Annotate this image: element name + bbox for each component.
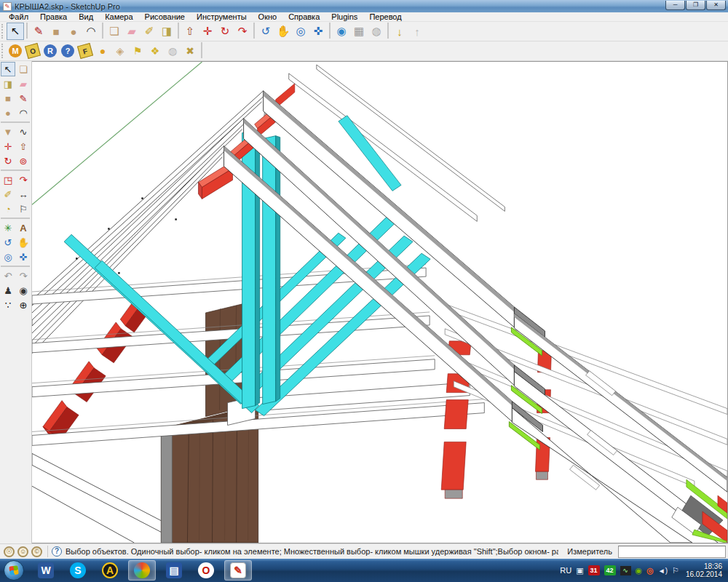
protractor-tool-icon[interactable]: ◔	[1, 202, 15, 216]
sep[interactable]	[1, 266, 30, 267]
polygon-tool-icon[interactable]: ▼	[1, 124, 15, 139]
plugin-r-icon[interactable]: R	[44, 44, 57, 57]
red-badge[interactable]: 31	[588, 565, 600, 575]
line-tool-icon[interactable]: ✎	[16, 91, 31, 105]
circle-tool-icon[interactable]: ●	[65, 23, 82, 40]
text-tool-icon[interactable]: ⚐	[16, 202, 31, 216]
tape-measure-icon[interactable]: ✐	[141, 23, 158, 40]
move-tool-icon[interactable]: ✛	[199, 23, 216, 40]
taskbar-app-sketchup[interactable]: ✎	[224, 560, 252, 581]
arc-tool-icon[interactable]: ◠	[16, 105, 31, 120]
plugin-flag-icon[interactable]: ⚑	[129, 42, 146, 60]
pan-tool-icon[interactable]: ✋	[16, 235, 31, 250]
plugin-f-tag-icon[interactable]: F	[77, 43, 93, 59]
measurements-input[interactable]	[618, 546, 726, 558]
offset-tool-icon[interactable]: ⊚	[16, 154, 31, 168]
make-component-icon[interactable]: ❏	[16, 62, 31, 76]
axes-tool-icon[interactable]: ✳	[1, 220, 15, 235]
taskbar-app-commander[interactable]: ▤	[160, 560, 188, 581]
orbit-tool-icon[interactable]: ↺	[257, 23, 274, 40]
zoom-next-icon[interactable]: ↷	[16, 268, 31, 283]
eraser-tool-icon[interactable]: ▰	[16, 76, 31, 91]
eraser-tool-icon[interactable]: ▰	[123, 23, 141, 40]
arc-tool-icon[interactable]: ◠	[82, 23, 100, 40]
move-tool-icon[interactable]: ✛	[1, 139, 15, 154]
plugin-sphere2-icon[interactable]: ◍	[164, 42, 181, 60]
get-models-icon[interactable]: ↓	[391, 23, 408, 40]
taskbar-app-opera[interactable]: O	[192, 560, 220, 581]
line-tool-icon[interactable]: ✎	[30, 23, 47, 40]
toolbar-grip[interactable]	[1, 24, 5, 39]
freehand-tool-icon[interactable]: ∿	[16, 124, 31, 139]
group-sep[interactable]	[201, 42, 202, 58]
rectangle-tool-icon[interactable]: ■	[47, 23, 65, 40]
menu-view[interactable]: Вид	[73, 12, 99, 21]
sep[interactable]	[1, 121, 30, 123]
taskbar-app-colorwheel[interactable]	[128, 560, 156, 581]
plugin-tool-icon[interactable]: ❖	[146, 42, 164, 60]
antivirus-tray-icon[interactable]: ◎	[646, 566, 654, 575]
menu-tools[interactable]: Инструменты	[191, 12, 253, 21]
plugin-axes-icon[interactable]: ✖	[181, 42, 199, 60]
menu-window[interactable]: Окно	[253, 12, 283, 21]
roof-model-canvas[interactable]	[32, 62, 727, 543]
menu-help[interactable]: Справка	[282, 12, 325, 21]
action-center-flag-icon[interactable]: ⚐	[672, 566, 679, 575]
group-sep[interactable]	[26, 23, 28, 39]
zoom-extents-icon[interactable]: ✜	[309, 23, 327, 40]
photo-textures-icon[interactable]: ◍	[368, 23, 385, 40]
taskbar-app-word[interactable]: W	[32, 560, 60, 581]
restore-button[interactable]: ❐	[686, 1, 705, 10]
follow-me-icon[interactable]: ↷	[16, 172, 31, 187]
minimize-button[interactable]: ─	[665, 1, 685, 10]
share-model-icon[interactable]: ↑	[408, 23, 426, 40]
plugin-sphere-icon[interactable]: ●	[94, 42, 111, 60]
zoom-tool-icon[interactable]: ◎	[292, 23, 309, 40]
menu-plugins[interactable]: Plugins	[325, 12, 363, 21]
walk-tool-icon[interactable]: ∵	[1, 298, 15, 312]
menu-camera[interactable]: Камера	[99, 12, 138, 21]
plugin-o-tag-icon[interactable]: O	[25, 43, 41, 59]
dimension-tool-icon[interactable]: ↔	[16, 187, 31, 202]
push-pull-icon[interactable]: ⇧	[16, 139, 31, 154]
taskbar-app-skype[interactable]: S	[64, 560, 92, 581]
pan-tool-icon[interactable]: ✋	[274, 23, 292, 40]
paint-bucket-icon[interactable]: ◨	[1, 76, 15, 91]
sep[interactable]	[1, 170, 30, 171]
menu-file[interactable]: Файл	[3, 12, 34, 21]
geolocation-icon[interactable]: ☉	[4, 546, 15, 557]
rotate-tool-icon[interactable]: ↻	[1, 154, 15, 168]
claim-credit-icon[interactable]: ☺	[17, 546, 28, 557]
green-badge[interactable]: 42	[604, 565, 616, 575]
menu-edit[interactable]: Правка	[34, 12, 73, 21]
nvidia-tray-icon[interactable]: ◉	[636, 566, 643, 575]
monitor-tray-icon[interactable]: ∿	[620, 566, 631, 575]
sep[interactable]	[1, 218, 30, 219]
menu-translate[interactable]: Перевод	[363, 12, 407, 21]
title-bar[interactable]: ✎ КРЫША2.skp - SketchUp Pro ─❐✕	[0, 0, 728, 12]
3d-text-icon[interactable]: A	[16, 220, 31, 235]
close-button[interactable]: ✕	[706, 1, 726, 10]
add-location-icon[interactable]: ◉	[333, 23, 350, 40]
select-tool-icon[interactable]: ↖	[1, 62, 15, 76]
rotate-tool-icon[interactable]: ↻	[216, 23, 234, 40]
plugin-plane-icon[interactable]: ◈	[111, 42, 129, 60]
start-button[interactable]	[4, 560, 24, 581]
select-tool-icon[interactable]: ↖	[7, 23, 24, 40]
group-sep[interactable]	[178, 23, 179, 39]
orbit-tool-icon[interactable]: ↺	[1, 235, 15, 250]
group-sep[interactable]	[253, 23, 255, 39]
context-help-icon[interactable]: ?	[52, 546, 62, 557]
3d-viewport[interactable]	[32, 61, 728, 543]
group-sep[interactable]	[102, 23, 103, 39]
make-component-icon[interactable]: ❏	[106, 23, 123, 40]
push-pull-icon[interactable]: ⇧	[181, 23, 199, 40]
toolbar-grip[interactable]	[1, 44, 5, 58]
look-around-icon[interactable]: ◉	[16, 283, 31, 298]
taskbar-clock[interactable]: 18:36 16.02.2014	[686, 562, 722, 578]
plugin-m-icon[interactable]: M	[9, 44, 22, 57]
zoom-tool-icon[interactable]: ◎	[1, 250, 15, 264]
toggle-terrain-icon[interactable]: ▦	[350, 23, 368, 40]
language-indicator[interactable]: RU	[560, 566, 571, 575]
circle-tool-icon[interactable]: ●	[1, 105, 15, 120]
